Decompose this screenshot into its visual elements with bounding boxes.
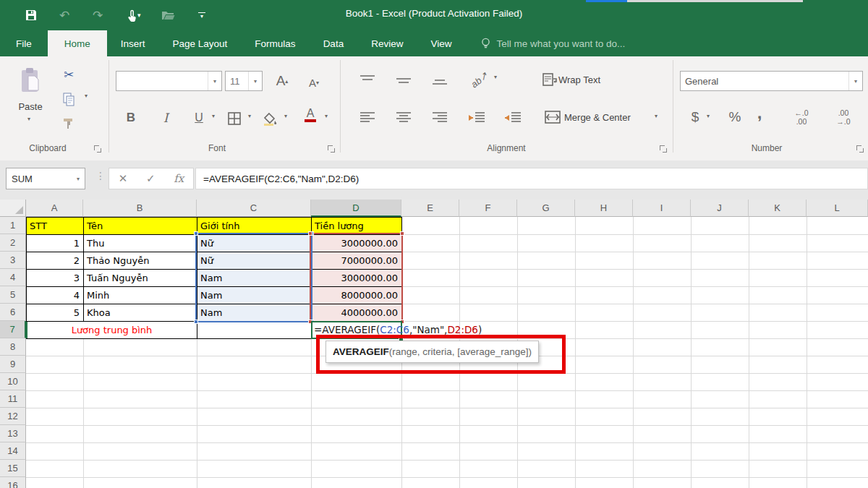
header-cell-d1[interactable]: Tiền lương xyxy=(311,217,402,235)
column-header-i[interactable]: I xyxy=(633,200,691,217)
column-header-l[interactable]: L xyxy=(807,200,868,217)
decrease-indent-icon[interactable] xyxy=(466,110,488,126)
tab-home[interactable]: Home xyxy=(48,30,107,56)
cell-b5[interactable]: Minh xyxy=(83,286,197,304)
accounting-dropdown-icon[interactable]: ▾ xyxy=(703,113,713,119)
header-cell-a1[interactable]: STT xyxy=(26,217,84,235)
tab-file[interactable]: File xyxy=(0,30,48,56)
column-header-b[interactable]: B xyxy=(83,200,197,217)
column-header-d[interactable]: D xyxy=(311,200,401,217)
font-name-dropdown-icon[interactable]: ▾ xyxy=(208,72,221,90)
tab-view[interactable]: View xyxy=(417,30,465,56)
merge-center-dropdown-icon[interactable]: ▾ xyxy=(651,113,661,119)
borders-dropdown-icon[interactable]: ▾ xyxy=(244,113,255,119)
font-color-dropdown-icon[interactable]: ▾ xyxy=(321,113,331,119)
copy-icon[interactable] xyxy=(58,90,80,108)
cell-c2[interactable]: Nữ xyxy=(197,234,312,252)
column-header-f[interactable]: F xyxy=(459,200,517,217)
underline-dropdown-icon[interactable]: ▾ xyxy=(208,113,218,119)
font-dialog-launcher-icon[interactable] xyxy=(328,145,335,153)
tab-review[interactable]: Review xyxy=(357,30,417,56)
font-color-icon[interactable]: A xyxy=(301,107,320,123)
paste-icon[interactable] xyxy=(16,65,45,97)
range-highlight-d2-d6-handle[interactable] xyxy=(308,231,312,236)
number-dialog-launcher-icon[interactable] xyxy=(856,145,864,153)
format-painter-icon[interactable] xyxy=(58,114,80,133)
row-header-8[interactable]: 8 xyxy=(0,338,26,356)
cell-a4[interactable]: 3 xyxy=(26,269,84,287)
cell-c6[interactable]: Nam xyxy=(197,304,312,322)
cell-a2[interactable]: 1 xyxy=(26,234,84,252)
row-header-14[interactable]: 14 xyxy=(0,442,26,460)
row-header-9[interactable]: 9 xyxy=(0,356,26,373)
column-header-a[interactable]: A xyxy=(26,200,83,217)
number-format-dropdown-icon[interactable]: ▾ xyxy=(848,72,862,90)
cut-icon[interactable]: ✂ xyxy=(58,65,80,84)
row-header-13[interactable]: 13 xyxy=(0,425,26,442)
italic-icon[interactable]: I xyxy=(156,108,175,127)
wrap-text-label[interactable]: Wrap Text xyxy=(558,72,619,87)
font-size-combobox[interactable]: 11▾ xyxy=(225,71,263,91)
increase-indent-icon[interactable] xyxy=(502,110,524,126)
column-header-k[interactable]: K xyxy=(749,200,807,217)
font-size-dropdown-icon[interactable]: ▾ xyxy=(248,72,262,90)
row-header-1[interactable]: 1 xyxy=(0,217,26,234)
font-name-combobox[interactable]: ▾ xyxy=(116,71,222,91)
merge-center-icon[interactable] xyxy=(544,108,561,126)
column-header-h[interactable]: H xyxy=(575,200,633,217)
number-format-combobox[interactable]: General▾ xyxy=(680,71,863,91)
cell-b2[interactable]: Thu xyxy=(83,234,197,252)
column-header-g[interactable]: G xyxy=(517,200,575,217)
cell-d6[interactable]: 4000000.00 xyxy=(311,304,402,322)
percent-style-icon[interactable]: % xyxy=(725,107,745,127)
underline-icon[interactable]: U xyxy=(190,108,208,127)
bottom-align-icon[interactable] xyxy=(430,72,450,88)
select-all-corner[interactable] xyxy=(0,200,26,217)
align-right-icon[interactable] xyxy=(430,110,450,126)
cell-b3[interactable]: Thảo Nguyễn xyxy=(83,252,197,270)
tab-page-layout[interactable]: Page Layout xyxy=(159,30,242,56)
insert-function-icon[interactable]: fx xyxy=(174,172,184,185)
cell-c5[interactable]: Nam xyxy=(197,286,312,304)
cell-c7[interactable] xyxy=(197,321,312,339)
tell-me-box[interactable]: Tell me what you want to do... xyxy=(481,30,625,56)
align-center-icon[interactable] xyxy=(393,110,414,126)
row-header-4[interactable]: 4 xyxy=(0,269,26,286)
tab-data[interactable]: Data xyxy=(310,30,358,56)
cell-b6[interactable]: Khoa xyxy=(83,304,197,322)
column-header-c[interactable]: C xyxy=(197,200,311,217)
accounting-format-icon[interactable]: $ xyxy=(687,107,703,127)
increase-decimal-icon[interactable]: ←.0.00 xyxy=(788,107,814,127)
paste-dropdown-icon[interactable]: ▾ xyxy=(22,116,36,122)
merged-cell-a7-b7[interactable]: Lương trung bình xyxy=(26,321,197,339)
orientation-dropdown-icon[interactable]: ▾ xyxy=(490,74,501,80)
header-cell-b1[interactable]: Tên xyxy=(83,217,197,235)
row-header-15[interactable]: 15 xyxy=(0,460,26,477)
cell-d5[interactable]: 8000000.00 xyxy=(311,286,402,304)
row-header-6[interactable]: 6 xyxy=(0,304,26,321)
cell-d2[interactable]: 3000000.00 xyxy=(311,234,402,252)
comma-style-icon[interactable]: , xyxy=(752,103,767,123)
align-left-icon[interactable] xyxy=(357,110,378,126)
top-align-icon[interactable] xyxy=(357,72,378,88)
cell-c3[interactable]: Nữ xyxy=(197,252,312,270)
cell-b4[interactable]: Tuấn Nguyễn xyxy=(83,269,197,287)
fill-color-dropdown-icon[interactable]: ▾ xyxy=(281,113,291,119)
paste-label[interactable]: Paste xyxy=(10,100,51,113)
borders-icon[interactable] xyxy=(226,110,243,127)
column-header-j[interactable]: J xyxy=(691,200,749,217)
fill-color-icon[interactable] xyxy=(260,110,279,127)
orientation-icon[interactable]: ab↗ xyxy=(469,69,490,90)
cell-d4[interactable]: 3000000.00 xyxy=(311,269,402,287)
clipboard-dialog-launcher-icon[interactable] xyxy=(94,145,101,153)
cell-a3[interactable]: 2 xyxy=(26,252,84,270)
name-box-dropdown-icon[interactable]: ▾ xyxy=(72,168,85,189)
row-header-7[interactable]: 7 xyxy=(0,321,26,338)
range-highlight-c2-c6-handle[interactable] xyxy=(194,231,198,236)
cell-d3[interactable]: 7000000.00 xyxy=(311,252,402,270)
row-header-12[interactable]: 12 xyxy=(0,408,26,425)
row-header-10[interactable]: 10 xyxy=(0,373,26,390)
merge-center-label[interactable]: Merge & Center xyxy=(564,110,650,124)
alignment-dialog-launcher-icon[interactable] xyxy=(660,145,667,153)
decrease-font-size-icon[interactable]: A▾ xyxy=(301,72,327,93)
